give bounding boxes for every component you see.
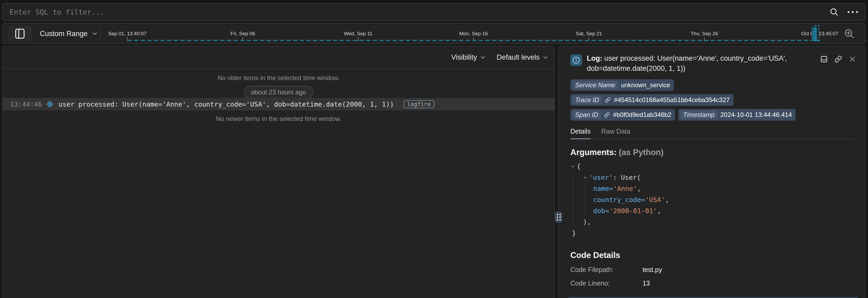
link-icon — [604, 112, 610, 118]
timestamp-badge: Timestamp 2024-10-01 13:44:46.414 — [678, 109, 796, 121]
arguments-subheading: (as Python) — [619, 148, 664, 157]
arguments-heading-text: Arguments: — [570, 148, 617, 157]
code-lineno-row: Code Lineno: 13 — [570, 279, 856, 287]
span-id-label: Span ID — [572, 110, 601, 119]
tab-raw-data[interactable]: Raw Data — [601, 128, 630, 139]
timeline-tick-label: Mon, Sep 16 — [443, 31, 504, 37]
code-field-key: country_code= — [593, 194, 645, 205]
detail-title-prefix: Log: — [587, 54, 602, 62]
code-close-brace: } — [572, 228, 576, 239]
code-user-key: 'user' — [589, 172, 613, 183]
no-newer-items-text: No newer items in the selected time wind… — [3, 115, 554, 123]
chevron-down-icon — [479, 54, 486, 61]
copy-link-icon[interactable] — [835, 56, 842, 63]
timeline-track[interactable]: Sep 01, 13:40:07 Fri, Sep 06 Wed, Sep 11… — [3, 23, 865, 43]
timestamp-label: Timestamp — [680, 110, 717, 119]
timeline-density-dashes — [127, 40, 820, 41]
code-field-key: dob= — [593, 205, 609, 217]
code-lineno-label: Code Lineno: — [570, 279, 643, 287]
code-lineno-value: 13 — [643, 279, 650, 287]
detail-header: Log: user processed: User(name='Anne', c… — [570, 53, 856, 73]
code-comma: , — [637, 183, 641, 194]
service-name-label: Service Name — [572, 81, 618, 89]
timeline-bar: Custom Range Sep 01, 13:40:07 Fri, Sep 0… — [2, 23, 865, 44]
log-detail-panel: Log: user processed: User(name='Anne', c… — [558, 46, 865, 298]
service-name-badge: Service Name unknown_service — [570, 79, 674, 91]
service-name-value: unknown_service — [621, 81, 670, 89]
tab-details[interactable]: Details — [570, 128, 590, 139]
chevron-down-icon — [542, 54, 549, 61]
visibility-dropdown[interactable]: Visibility — [451, 53, 486, 62]
code-user-call: : User( — [613, 172, 641, 183]
dock-bottom-icon[interactable] — [820, 56, 828, 63]
trace-id-value: #454514c0168a455a51bb4ceba354c327 — [614, 96, 730, 104]
timeline-selection[interactable] — [815, 25, 819, 41]
zoom-in-icon[interactable] — [844, 28, 855, 39]
code-field-value: '2000-01-01' — [609, 205, 657, 217]
code-field-value: 'USA' — [645, 194, 665, 205]
code-field-value: 'Anne' — [613, 183, 637, 194]
code-close-paren: ), — [583, 217, 591, 228]
code-filepath-value: test.py — [643, 266, 662, 274]
detail-tabs: Details Raw Data — [570, 128, 856, 139]
sql-filter-bar — [2, 3, 865, 21]
collapse-caret-icon[interactable] — [570, 164, 576, 169]
log-list-body: No older items in the selected time wind… — [3, 69, 554, 298]
metadata-badges: Service Name unknown_service Trace ID #4… — [570, 79, 830, 121]
arguments-code-tree: { 'user': User( name='Anne', country_cod… — [570, 161, 856, 239]
timeline-tick-label: Fri, Sep 06 — [212, 31, 273, 37]
code-open-brace: { — [577, 161, 581, 172]
trace-id-label: Trace ID — [572, 96, 602, 104]
indent-guide — [585, 185, 586, 216]
timeline-tick-label: Sep 01, 13:40:07 — [97, 31, 158, 37]
link-icon — [605, 97, 611, 103]
visibility-label: Visibility — [451, 53, 477, 62]
log-row-tag: logfire — [403, 100, 435, 108]
log-row-time: 13:44:46 — [10, 100, 42, 108]
time-ago-pill[interactable]: about 23 hours ago — [244, 86, 314, 99]
detail-title-line1: user processed: User(name='Anne', countr… — [604, 54, 787, 62]
search-icon[interactable] — [830, 7, 839, 16]
collapse-caret-icon[interactable] — [583, 175, 588, 180]
timestamp-value: 2024-10-01 13:44:46.414 — [720, 111, 792, 119]
code-details-heading: Code Details — [570, 251, 856, 260]
log-list-panel: Visibility Default levels No older items… — [2, 46, 555, 298]
sql-filter-input[interactable] — [9, 8, 830, 16]
timeline-tick-label: Oct 01, 13:45:07 — [789, 31, 850, 37]
log-level-diamond-icon — [46, 100, 54, 108]
default-levels-label: Default levels — [497, 53, 539, 62]
timeline-tick-label: Wed, Sep 11 — [328, 31, 389, 37]
log-list-header: Visibility Default levels — [3, 46, 554, 69]
timeline-tick-label: Thu, Sep 26 — [674, 31, 735, 37]
trace-id-badge[interactable]: Trace ID #454514c0168a455a51bb4ceba354c3… — [570, 94, 734, 106]
more-options-icon[interactable] — [847, 11, 858, 13]
arguments-heading: Arguments: (as Python) — [570, 148, 856, 157]
code-filepath-row: Code Filepath: test.py — [570, 266, 856, 274]
code-filepath-label: Code Filepath: — [570, 266, 643, 274]
span-id-value: #b0f0d9ed1ab346b2 — [613, 111, 672, 119]
code-comma: , — [665, 194, 669, 205]
panel-resize-handle[interactable] — [555, 211, 562, 223]
code-field-key: name= — [593, 183, 613, 194]
code-comma: , — [657, 205, 661, 217]
detail-title-line2: dob=datetime.date(2000, 1, 1)) — [587, 64, 685, 72]
span-id-badge[interactable]: Span ID #b0f0d9ed1ab346b2 — [570, 109, 675, 121]
default-levels-dropdown[interactable]: Default levels — [497, 53, 549, 62]
close-icon[interactable] — [849, 56, 856, 63]
no-older-items-text: No older items in the selected time wind… — [3, 74, 554, 82]
info-level-icon — [570, 54, 582, 66]
detail-title: Log: user processed: User(name='Anne', c… — [587, 53, 820, 73]
timeline-tick-label: Sat, Sep 21 — [558, 31, 619, 37]
log-row[interactable]: 13:44:46 user processed: User(name='Anne… — [3, 98, 554, 110]
log-row-message: user processed: User(name='Anne', countr… — [58, 100, 394, 108]
detail-bottom-divider — [568, 297, 858, 298]
drag-dots-icon — [557, 214, 561, 221]
